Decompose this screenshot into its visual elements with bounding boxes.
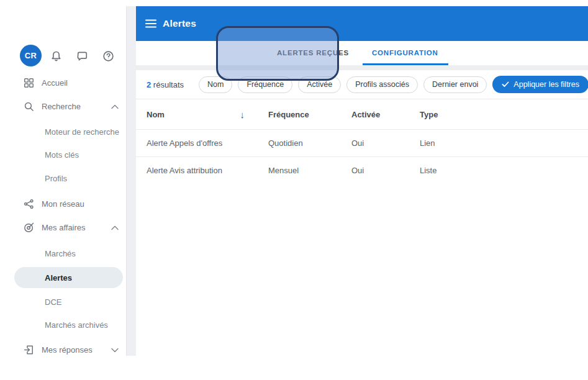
results-count-label: résultats (153, 80, 184, 89)
sidebar-item-label: Mes affaires (42, 223, 86, 232)
apply-filters-label: Appliquer les filtres (513, 80, 579, 89)
sidebar-item-mes-affaires[interactable]: Mes affaires (0, 217, 126, 238)
sidebar-item-mon-reseau[interactable]: Mon réseau (0, 193, 126, 214)
bell-icon[interactable] (48, 48, 63, 63)
sidebar-item-mes-reponses[interactable]: Mes réponses (0, 339, 126, 360)
tab-configuration[interactable]: CONFIGURATION (372, 41, 438, 65)
sidebar-item-label: Recherche (42, 102, 81, 111)
filter-chip-frequence[interactable]: Fréquence (238, 76, 292, 93)
cell-type: Liste (420, 166, 588, 175)
help-icon[interactable] (101, 48, 115, 63)
sidebar-item-label: Mon réseau (42, 199, 84, 209)
alerts-config-panel: 2 résultats Nom Fréquence Activée Profil… (136, 70, 588, 380)
cell-active: Oui (351, 138, 420, 148)
sidebar-item-label: Mots clés (45, 150, 79, 160)
sidebar-item-label: Mes réponses (42, 345, 93, 355)
sidebar-item-label: DCE (45, 297, 61, 307)
cell-frequency: Mensuel (268, 166, 351, 175)
filter-chip-activee[interactable]: Activée (298, 76, 341, 93)
table-row[interactable]: Alerte Appels d'offres Quotidien Oui Lie… (136, 129, 588, 156)
sidebar-item-alertes[interactable]: Alertes (14, 267, 123, 288)
hamburger-icon[interactable] (145, 19, 156, 28)
page-title: Alertes (163, 18, 196, 29)
chevron-up-icon (111, 104, 119, 110)
network-icon (24, 199, 34, 209)
sidebar-item-label: Marchés archivés (45, 320, 108, 330)
sidebar-item-label: Marchés (45, 249, 76, 258)
filter-chip-nom[interactable]: Nom (199, 76, 232, 93)
tab-alertes-recues[interactable]: ALERTES REÇUES (277, 41, 349, 65)
column-header-activee[interactable]: Activée (351, 110, 420, 119)
doc-arrow-icon (24, 345, 34, 355)
results-count-number: 2 (147, 80, 151, 89)
sidebar-item-label: Moteur de recherche (45, 127, 119, 137)
column-header-nom[interactable]: Nom (147, 110, 165, 119)
sidebar: CR Accueil Recherche (0, 0, 126, 380)
table-header-row: Nom ↓ Fréquence Activée Type (136, 99, 588, 129)
column-header-type[interactable]: Type (420, 110, 588, 119)
filter-bar: 2 résultats Nom Fréquence Activée Profil… (136, 70, 588, 99)
table-row[interactable]: Alerte Avis attribution Mensuel Oui List… (136, 156, 588, 184)
sort-arrow-down-icon[interactable]: ↓ (240, 109, 245, 120)
sidebar-item-dce[interactable]: DCE (0, 291, 126, 312)
cell-active: Oui (351, 166, 420, 175)
sidebar-item-marches[interactable]: Marchés (0, 243, 126, 264)
chat-icon[interactable] (75, 48, 89, 63)
sidebar-item-mots-cles[interactable]: Mots clés (0, 144, 126, 165)
sidebar-scrollbar[interactable] (126, 6, 136, 356)
cell-name: Alerte Appels d'offres (147, 138, 268, 148)
filter-chip-profils-associes[interactable]: Profils associés (346, 76, 418, 93)
sidebar-item-profils[interactable]: Profils (0, 168, 126, 189)
cell-name: Alerte Avis attribution (147, 166, 268, 175)
chevron-down-icon (111, 347, 119, 353)
column-header-frequence[interactable]: Fréquence (268, 110, 351, 119)
cell-type: Lien (420, 138, 588, 148)
sidebar-item-label: Alertes (45, 273, 72, 283)
filter-chip-dernier-envoi[interactable]: Dernier envoi (423, 76, 487, 93)
cell-frequency: Quotidien (268, 138, 351, 148)
sidebar-item-label: Accueil (42, 78, 68, 88)
apply-filters-button[interactable]: Appliquer les filtres (492, 76, 588, 93)
tab-bar: ALERTES REÇUES CONFIGURATION (136, 41, 588, 65)
page-background-band (136, 65, 588, 70)
sidebar-item-recherche[interactable]: Recherche (0, 96, 126, 117)
avatar[interactable]: CR (20, 45, 42, 66)
sidebar-item-moteur-de-recherche[interactable]: Moteur de recherche (0, 121, 126, 142)
page-header: Alertes (136, 6, 588, 41)
sidebar-item-marches-archives[interactable]: Marchés archivés (0, 314, 126, 335)
dashboard-icon (24, 78, 34, 88)
sidebar-item-accueil[interactable]: Accueil (0, 72, 126, 93)
check-icon (502, 81, 509, 88)
sidebar-item-label: Profils (45, 174, 67, 183)
results-count: 2 résultats (147, 80, 184, 89)
chevron-up-icon (111, 225, 119, 231)
target-icon (24, 222, 34, 233)
search-icon (24, 101, 34, 112)
